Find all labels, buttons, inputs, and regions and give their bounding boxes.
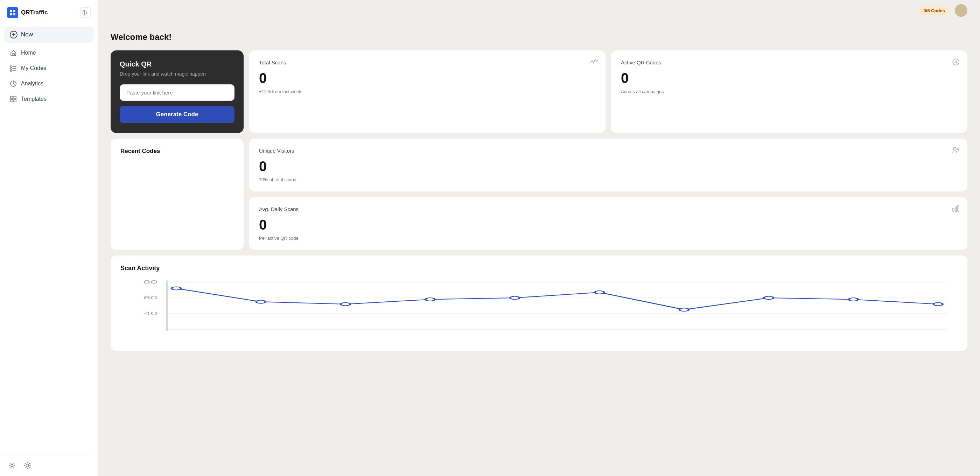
avatar[interactable] <box>955 4 967 17</box>
svg-point-40 <box>341 303 350 306</box>
users-icon <box>952 146 960 155</box>
svg-text:40: 40 <box>143 311 158 316</box>
svg-point-41 <box>426 298 435 301</box>
svg-rect-11 <box>11 70 12 72</box>
total-scans-sub: +12% from last week <box>259 89 596 94</box>
svg-rect-1 <box>13 10 15 12</box>
svg-rect-10 <box>11 68 12 69</box>
active-qr-codes-sub: Across all campaigns <box>621 89 958 94</box>
svg-rect-28 <box>955 207 956 212</box>
svg-point-39 <box>256 300 266 304</box>
qr-icon <box>952 58 960 67</box>
recent-codes-card: Recent Codes <box>111 139 243 250</box>
quick-qr-subtitle: Drop your link and watch magic happen <box>120 71 234 76</box>
total-scans-value: 0 <box>259 70 596 86</box>
svg-rect-29 <box>958 205 959 212</box>
quick-qr-card: Quick QR Drop your link and watch magic … <box>111 50 243 133</box>
svg-point-24 <box>954 60 958 64</box>
chart-svg: 80 60 40 <box>120 279 958 342</box>
svg-point-47 <box>934 303 943 306</box>
svg-point-42 <box>510 296 520 299</box>
active-qr-codes-card: Active QR Codes 0 Across all campaigns <box>611 50 967 133</box>
svg-point-20 <box>11 465 13 466</box>
svg-point-23 <box>955 61 957 63</box>
right-stats: Unique Visitors 0 70% of total scans <box>249 139 967 250</box>
avg-daily-scans-card: Avg. Daily Scans 0 Per active QR code <box>249 197 967 250</box>
svg-text:60: 60 <box>143 295 158 300</box>
new-label: New <box>21 31 33 38</box>
svg-point-38 <box>172 287 181 290</box>
svg-point-26 <box>957 148 959 150</box>
svg-rect-9 <box>11 66 12 67</box>
activity-icon <box>590 58 598 67</box>
svg-point-44 <box>679 308 689 311</box>
sidebar: QRTraffic New Home <box>0 0 98 476</box>
new-button[interactable]: New <box>4 27 94 43</box>
page-title: Welcome back! <box>111 32 967 42</box>
theme-button[interactable] <box>22 461 32 470</box>
collapse-sidebar-button[interactable] <box>80 7 91 18</box>
svg-point-21 <box>26 464 29 467</box>
bar-chart-icon <box>952 205 960 214</box>
active-qr-codes-value: 0 <box>621 70 958 86</box>
svg-rect-2 <box>10 13 12 15</box>
svg-rect-19 <box>14 99 16 102</box>
scan-activity-card: Scan Activity 80 60 40 <box>111 255 967 351</box>
unique-visitors-value: 0 <box>259 159 958 174</box>
link-input[interactable] <box>120 84 234 101</box>
unique-visitors-card: Unique Visitors 0 70% of total scans <box>249 139 967 191</box>
sidebar-item-my-codes-label: My Codes <box>21 65 46 72</box>
svg-point-46 <box>849 298 858 301</box>
svg-rect-6 <box>14 14 15 15</box>
total-scans-title: Total Scans <box>259 59 596 65</box>
avg-daily-scans-value: 0 <box>259 217 958 233</box>
sidebar-nav: New Home My Codes A <box>0 24 98 455</box>
svg-rect-5 <box>13 14 14 15</box>
mid-grid: Recent Codes Unique Visitors 0 <box>111 139 967 250</box>
avg-daily-scans-title: Avg. Daily Scans <box>259 206 958 212</box>
sidebar-item-analytics-label: Analytics <box>21 81 43 87</box>
sidebar-item-templates-label: Templates <box>21 96 46 102</box>
sidebar-header: QRTraffic <box>0 0 98 24</box>
sidebar-footer <box>0 455 98 476</box>
top-grid: Quick QR Drop your link and watch magic … <box>111 50 967 133</box>
svg-rect-17 <box>14 96 16 99</box>
active-qr-codes-title: Active QR Codes <box>621 59 958 65</box>
topbar: 0/5 Codes <box>98 0 980 21</box>
main-content: 0/5 Codes Welcome back! Quick QR Drop yo… <box>98 0 980 476</box>
recent-codes-title: Recent Codes <box>120 148 234 155</box>
sidebar-item-templates[interactable]: Templates <box>4 92 94 107</box>
logo-icon <box>7 7 18 18</box>
logo: QRTraffic <box>7 7 48 18</box>
svg-rect-27 <box>953 208 954 212</box>
quick-qr-title: Quick QR <box>120 60 234 68</box>
unique-visitors-sub: 70% of total scans <box>259 177 958 182</box>
sidebar-item-my-codes[interactable]: My Codes <box>4 61 94 76</box>
svg-rect-7 <box>83 10 85 15</box>
sidebar-item-home[interactable]: Home <box>4 46 94 60</box>
scan-activity-title: Scan Activity <box>120 264 958 272</box>
sidebar-item-home-label: Home <box>21 50 36 56</box>
app-name: QRTraffic <box>21 9 48 16</box>
svg-rect-0 <box>10 10 12 12</box>
codes-badge: 0/5 Codes <box>919 6 950 15</box>
svg-point-45 <box>764 296 773 299</box>
svg-rect-16 <box>11 96 13 99</box>
scan-activity-chart: 80 60 40 <box>120 279 958 342</box>
sidebar-item-analytics[interactable]: Analytics <box>4 76 94 91</box>
svg-text:80: 80 <box>143 279 158 284</box>
svg-rect-3 <box>13 13 14 14</box>
total-scans-card: Total Scans 0 +12% from last week <box>249 50 606 133</box>
svg-point-43 <box>595 291 604 294</box>
svg-point-25 <box>953 147 956 150</box>
svg-rect-4 <box>14 13 15 14</box>
settings-button[interactable] <box>7 461 17 470</box>
avg-daily-scans-sub: Per active QR code <box>259 236 958 241</box>
svg-rect-18 <box>11 99 13 102</box>
generate-code-button[interactable]: Generate Code <box>120 106 234 123</box>
unique-visitors-title: Unique Visitors <box>259 148 958 154</box>
content-area: Welcome back! Quick QR Drop your link an… <box>111 32 967 351</box>
